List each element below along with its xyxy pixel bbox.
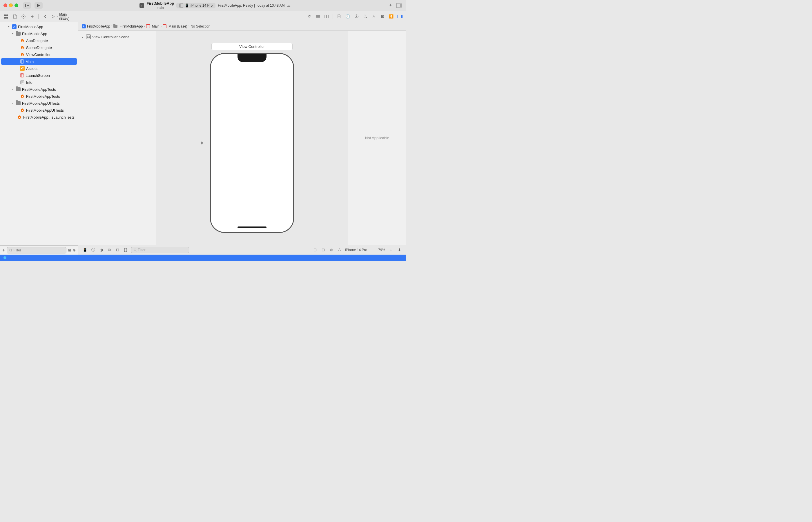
bottom-icon-info[interactable]: ⓘ [90,247,96,253]
add-button[interactable]: + [387,2,394,9]
sidebar-label-uitests-file: FirstMobileAppUITests [26,108,64,113]
breadcrumb-storyboard-icon [146,24,150,28]
grid-view-button[interactable] [2,13,10,20]
iphone-container [210,53,294,233]
tab-label: iPhone 14 Pro [190,3,212,7]
list-view-button[interactable] [314,13,322,20]
svg-rect-10 [400,3,402,7]
main-base-tab[interactable]: × Main (Base) [59,13,66,20]
svg-marker-4 [37,4,40,7]
zoom-in-button[interactable]: + [388,247,394,253]
device-info: FirstMobileApp: Ready | Today at 10:48 A… [218,3,290,8]
maximize-button[interactable] [15,3,18,7]
storyboard-icon-main [20,59,24,63]
sidebar-item-appdelegate[interactable]: AppDelegate [1,37,77,44]
bottom-icons-right: ⬇ [396,247,403,253]
zoom-out-button[interactable]: − [369,247,375,253]
svg-rect-36 [21,81,24,84]
sidebar-item-firstmobileapp-root[interactable]: A FirstMobileApp [1,23,77,30]
library-button[interactable] [20,13,27,20]
sidebar-item-scenedelegate[interactable]: SceneDelegate [1,44,77,51]
canvas-main[interactable]: View Controller [156,31,348,245]
breadcrumb-1[interactable]: FirstMobileApp [87,24,110,28]
sidebar-item-launchtest[interactable]: FirstMobileApp...sLaunchTests [1,114,77,121]
bottom-filter[interactable]: Filter [131,247,189,253]
swift-icon-uitests [20,108,25,113]
search-button[interactable] [361,13,369,20]
file-icon-button[interactable] [11,13,19,20]
breadcrumb-4[interactable]: Main (Base) [168,24,187,28]
bc-sep-4: › [188,25,189,28]
bottom-icon-grid[interactable]: ⊞ [312,247,319,253]
view-controller-label: View Controller [211,43,292,50]
svg-rect-33 [20,74,24,77]
sidebar-toggle-small[interactable]: ⊞ [68,248,71,252]
diff-button[interactable] [28,13,36,20]
bottom-icon-zoom-fit[interactable]: ⊕ [328,247,334,253]
breadcrumb-2[interactable]: FirstMobileApp [120,24,143,28]
add-sidebar-button[interactable]: + [2,248,5,253]
breadcrumb-3[interactable]: Main [152,24,160,28]
bottom-icon-contrast[interactable]: ◑ [98,247,104,253]
sidebar-label-info: Info [26,80,33,85]
bottom-icon-split[interactable]: ⊟ [114,247,121,253]
status-bar [0,255,406,261]
document-button[interactable] [335,13,343,20]
sidebar-item-group-uitests[interactable]: FirstMobileAppUITests [1,100,77,107]
refresh-button[interactable]: ↺ [305,13,313,20]
split-editor-button[interactable] [323,13,330,20]
main-layout: A FirstMobileApp FirstMobileApp AppDeleg… [0,22,406,255]
sidebar-item-uitests-file[interactable]: FirstMobileAppUITests [1,107,77,114]
bottom-icon-device-small[interactable] [122,247,129,253]
sidebar-toggle-button[interactable] [23,2,31,9]
forward-button[interactable] [49,13,57,20]
project-sub: main [157,6,164,9]
bottom-bar: 📱 ⓘ ◑ ⧉ ⊟ Filter ⊞ ⊟ ⊕ A iPhone 14 Pro [78,245,406,255]
inspector-toggle[interactable] [395,2,403,9]
sidebar-item-assets[interactable]: Assets [1,65,77,72]
sidebar-item-info[interactable]: Info [1,79,77,86]
sidebar-item-tests-file[interactable]: FirstMobileAppTests [1,93,77,100]
sidebar-item-viewcontroller[interactable]: ViewController [1,51,77,58]
sidebar-bottom: + Filter ⊞ ⊕ [0,245,78,255]
svg-rect-32 [22,67,23,68]
active-tab[interactable]: 📱 iPhone 14 Pro [176,3,216,8]
close-button[interactable] [3,3,7,7]
debug-button[interactable]: ⏬ [387,13,395,20]
run-button[interactable] [35,2,43,9]
svg-point-16 [23,16,24,17]
info-button[interactable]: ⓘ [353,13,360,20]
history-button[interactable]: 🕐 [344,13,351,20]
svg-rect-3 [27,7,29,7]
svg-rect-2 [27,5,29,6]
scene-item-viewcontroller[interactable]: ▸ View Controller Scene [79,33,155,41]
right-sidebar-toggle[interactable] [396,13,404,20]
back-button[interactable] [41,13,48,20]
memory-button[interactable]: ⊞ [379,13,386,20]
minimize-button[interactable] [9,3,13,7]
sidebar-item-group-tests[interactable]: FirstMobileAppTests [1,86,77,93]
arrow-head [201,142,204,144]
warning-button[interactable]: △ [370,13,378,20]
swift-icon-appdelegate [20,38,25,43]
sidebar-settings[interactable]: ⊕ [73,248,76,252]
expand-arrow-uitests [11,101,15,105]
sidebar-item-main[interactable]: Main [1,58,77,65]
bottom-icon-font[interactable]: A [337,247,343,253]
bottom-icon-copy[interactable]: ⧉ [106,247,113,253]
swift-icon-scenedelegate [20,45,25,50]
sidebar-item-launchscreen[interactable]: LaunchScreen [1,72,77,79]
sidebar-filter[interactable]: Filter [7,247,66,254]
swift-icon-viewcontroller [20,52,25,57]
bc-sep-3: › [161,25,162,28]
bc-sep-1: › [111,25,112,28]
cloud-icon: ☁ [286,3,290,8]
sidebar-label-launchtest: FirstMobileApp...sLaunchTests [23,115,75,119]
bottom-icon-download[interactable]: ⬇ [396,247,403,253]
svg-rect-1 [27,4,29,4]
sidebar-label-group: FirstMobileApp [22,32,47,36]
sidebar-item-group-firstmobileapp[interactable]: FirstMobileApp [1,30,77,37]
bottom-icon-phone[interactable]: 📱 [82,247,88,253]
bottom-icon-layout[interactable]: ⊟ [320,247,327,253]
svg-rect-0 [25,4,26,7]
